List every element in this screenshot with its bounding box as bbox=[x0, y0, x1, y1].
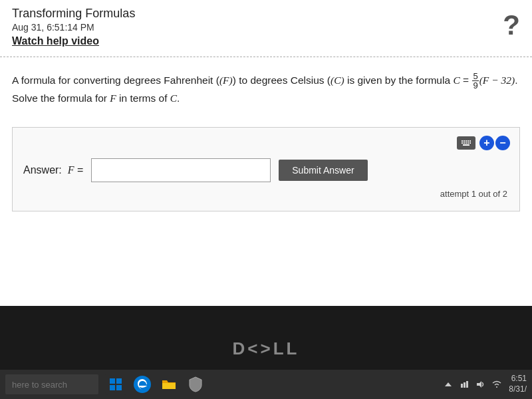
wifi-icon bbox=[491, 380, 502, 389]
eq-sign: = bbox=[460, 74, 472, 86]
toolbar-icons: + − bbox=[457, 136, 510, 150]
clock-date: 8/31/ bbox=[509, 384, 527, 395]
shield-icon[interactable] bbox=[185, 374, 206, 395]
svg-marker-21 bbox=[477, 381, 481, 388]
svg-rect-5 bbox=[469, 140, 471, 142]
attempt-text: attempt 1 out of 2 bbox=[23, 189, 509, 199]
svg-rect-20 bbox=[466, 381, 468, 388]
problem-text-p2: ) to degrees Celsius ( bbox=[233, 74, 331, 86]
main-window: ? Transforming Formulas Aug 31, 6:51:14 … bbox=[0, 0, 532, 306]
edge-icon[interactable] bbox=[132, 374, 153, 395]
answer-input[interactable] bbox=[91, 158, 271, 182]
svg-rect-19 bbox=[464, 382, 466, 388]
var-C: (C) bbox=[331, 74, 344, 86]
taskbar-right: 6:51 8/31/ bbox=[444, 374, 527, 394]
svg-rect-2 bbox=[464, 140, 465, 142]
timestamp: Aug 31, 6:51:14 PM bbox=[12, 22, 520, 33]
period: . bbox=[177, 92, 180, 104]
svg-rect-12 bbox=[110, 378, 115, 384]
svg-marker-17 bbox=[445, 382, 452, 386]
svg-rect-1 bbox=[462, 140, 463, 142]
taskbar-search-input[interactable] bbox=[5, 374, 98, 394]
clock-area: 6:51 8/31/ bbox=[509, 374, 527, 394]
header-area: Transforming Formulas Aug 31, 6:51:14 PM… bbox=[0, 0, 532, 51]
dell-logo: D<>LL bbox=[233, 338, 300, 359]
svg-rect-4 bbox=[467, 140, 469, 142]
answer-label: Answer: F = bbox=[23, 164, 83, 176]
problem-text: A formula for converting degrees Fahrenh… bbox=[12, 72, 520, 107]
svg-rect-13 bbox=[116, 378, 122, 384]
folder-icon[interactable] bbox=[158, 374, 180, 395]
svg-rect-15 bbox=[116, 385, 122, 390]
watch-help-link[interactable]: Watch help video bbox=[12, 35, 520, 47]
var-C2: C bbox=[170, 92, 177, 104]
answer-row: Answer: F = Submit Answer bbox=[23, 158, 509, 182]
svg-rect-11 bbox=[463, 144, 469, 146]
problem-area: A formula for converting degrees Fahrenh… bbox=[0, 63, 532, 114]
var-F2: F bbox=[110, 92, 116, 104]
formula-C: C bbox=[453, 74, 460, 86]
svg-rect-6 bbox=[462, 142, 463, 144]
answer-box: + − Answer: F = Submit Answer attempt 1 … bbox=[12, 127, 520, 211]
svg-rect-10 bbox=[469, 142, 471, 144]
svg-rect-18 bbox=[461, 384, 463, 388]
clock-time: 6:51 bbox=[509, 374, 527, 384]
plus-minus-buttons: + − bbox=[479, 136, 510, 150]
svg-rect-7 bbox=[464, 142, 465, 144]
volume-icon bbox=[475, 380, 485, 389]
section-divider bbox=[0, 57, 532, 57]
minus-button[interactable]: − bbox=[495, 136, 510, 150]
svg-rect-9 bbox=[467, 142, 469, 144]
svg-rect-14 bbox=[110, 385, 115, 390]
taskbar-icons bbox=[105, 374, 206, 395]
problem-text-p3: is given by the formula bbox=[344, 74, 454, 86]
fraction-5-9: 59 bbox=[472, 72, 478, 90]
network-icon bbox=[460, 380, 469, 389]
in-terms-text: in terms of bbox=[116, 92, 170, 104]
windows-start-button[interactable] bbox=[105, 374, 126, 395]
submit-button[interactable]: Submit Answer bbox=[279, 160, 367, 181]
var-F: (F) bbox=[219, 74, 233, 86]
svg-rect-3 bbox=[466, 140, 467, 142]
formula-expr: (F − 32) bbox=[479, 74, 515, 86]
taskbar: 6:51 8/31/ bbox=[0, 370, 532, 399]
help-question-icon[interactable]: ? bbox=[503, 9, 520, 41]
problem-text-p1: A formula for converting degrees Fahrenh… bbox=[12, 74, 219, 86]
plus-button[interactable]: + bbox=[479, 136, 494, 150]
svg-rect-8 bbox=[466, 142, 467, 144]
page-title: Transforming Formulas bbox=[12, 7, 520, 21]
svg-point-16 bbox=[134, 376, 151, 393]
keyboard-icon[interactable] bbox=[457, 136, 475, 150]
chevron-up-icon bbox=[444, 380, 453, 389]
